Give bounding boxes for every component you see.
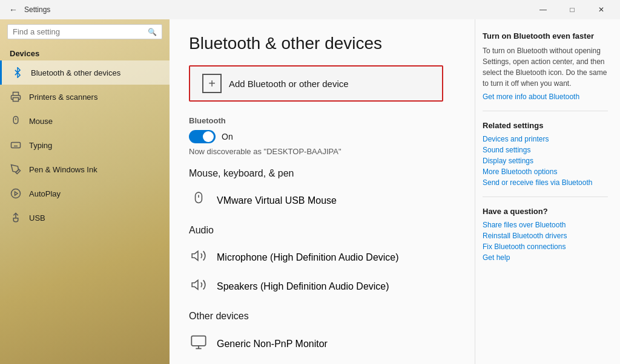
- sidebar: 🔍 Devices Bluetooth & other devices Prin…: [0, 19, 170, 364]
- faster-title: Turn on Bluetooth even faster: [483, 31, 608, 41]
- svg-rect-3: [12, 143, 21, 148]
- sidebar-item-usb[interactable]: USB: [0, 206, 170, 230]
- sidebar-item-pen-label: Pen & Windows Ink: [29, 165, 97, 174]
- sidebar-item-usb-label: USB: [29, 213, 45, 223]
- divider-2: [483, 197, 608, 197]
- plus-icon: +: [202, 74, 222, 93]
- svg-marker-13: [192, 251, 198, 260]
- faster-text: To turn on Bluetooth without opening Set…: [483, 45, 608, 89]
- sidebar-item-pen[interactable]: Pen & Windows Ink: [0, 157, 170, 181]
- more-bluetooth-link[interactable]: More Bluetooth options: [483, 167, 608, 176]
- discoverable-text: Now discoverable as "DESKTOP-BAAJIPA": [189, 147, 455, 156]
- toggle-knob: [203, 131, 214, 142]
- pen-icon: [10, 163, 22, 175]
- audio-section: Audio Microphone (High Definition Audio …: [189, 225, 455, 301]
- bluetooth-on-text: On: [222, 132, 233, 141]
- keyboard-icon: [10, 139, 22, 151]
- mouse-icon: [10, 115, 22, 127]
- question-title: Have a question?: [483, 207, 608, 216]
- sidebar-item-bluetooth[interactable]: Bluetooth & other devices: [0, 60, 170, 85]
- usb-icon: [10, 212, 22, 224]
- display-settings-link[interactable]: Display settings: [483, 157, 608, 165]
- fix-connections-link[interactable]: Fix Bluetooth connections: [483, 242, 608, 251]
- bluetooth-toggle-row: On: [189, 130, 455, 143]
- bluetooth-icon: [12, 67, 24, 79]
- svg-marker-10: [15, 192, 18, 195]
- svg-marker-14: [192, 280, 198, 289]
- main-content: Bluetooth & other devices + Add Bluetoot…: [170, 19, 475, 364]
- svg-point-9: [12, 189, 21, 198]
- microphone-item: Microphone (High Definition Audio Device…: [189, 243, 455, 272]
- devices-printers-link[interactable]: Devices and printers: [483, 135, 608, 143]
- search-box[interactable]: 🔍: [7, 24, 162, 39]
- mouse-device-item: VMware Virtual USB Mouse: [189, 186, 455, 215]
- sidebar-item-mouse[interactable]: Mouse: [0, 109, 170, 133]
- titlebar: ← Settings — □ ✕: [0, 0, 620, 19]
- sidebar-item-mouse-label: Mouse: [29, 117, 53, 126]
- monitor-item: Generic Non-PnP Monitor: [189, 329, 455, 359]
- monitor-icon: [189, 334, 208, 354]
- page-title: Bluetooth & other devices: [189, 34, 455, 53]
- reinstall-drivers-link[interactable]: Reinstall Bluetooth drivers: [483, 232, 608, 240]
- autoplay-icon: [10, 187, 22, 200]
- other-section-title: Other devices: [189, 311, 455, 322]
- add-device-label: Add Bluetooth or other device: [229, 79, 349, 89]
- faster-link[interactable]: Get more info about Bluetooth: [483, 93, 608, 101]
- speakers-item: Speakers (High Definition Audio Device): [189, 272, 455, 301]
- search-input[interactable]: [13, 27, 148, 36]
- back-button[interactable]: ←: [5, 1, 22, 18]
- svg-rect-15: [191, 336, 205, 346]
- app-title: Settings: [24, 5, 529, 14]
- sidebar-item-autoplay[interactable]: AutoPlay: [0, 181, 170, 206]
- printer-icon: [10, 91, 22, 103]
- svg-rect-0: [13, 98, 19, 102]
- search-icon: 🔍: [148, 28, 157, 36]
- right-panel: Turn on Bluetooth even faster To turn on…: [475, 19, 620, 364]
- audio-section-title: Audio: [189, 225, 455, 236]
- sidebar-item-typing[interactable]: Typing: [0, 133, 170, 157]
- sidebar-item-typing-label: Typing: [29, 141, 52, 150]
- bluetooth-toggle[interactable]: [189, 130, 216, 143]
- bluetooth-section: Bluetooth On Now discoverable as "DESKTO…: [189, 116, 455, 156]
- share-files-link[interactable]: Share files over Bluetooth: [483, 221, 608, 229]
- sidebar-item-printers-label: Printers & scanners: [29, 93, 97, 102]
- mouse-device-icon: [189, 191, 208, 210]
- sidebar-section-title: Devices: [0, 44, 170, 60]
- microphone-name: Microphone (High Definition Audio Device…: [217, 252, 399, 263]
- send-receive-link[interactable]: Send or receive files via Bluetooth: [483, 178, 608, 187]
- related-title: Related settings: [483, 121, 608, 130]
- other-devices-section: Other devices Generic Non-PnP Monitor: [189, 311, 455, 359]
- sidebar-item-printers[interactable]: Printers & scanners: [0, 85, 170, 109]
- speaker-icon: [189, 248, 208, 267]
- maximize-button[interactable]: □: [558, 0, 586, 19]
- monitor-name: Generic Non-PnP Monitor: [217, 339, 328, 349]
- speakers-name: Speakers (High Definition Audio Device): [217, 281, 389, 292]
- speakers-icon: [189, 277, 208, 296]
- mouse-section: Mouse, keyboard, & pen VMware Virtual US…: [189, 168, 455, 215]
- close-button[interactable]: ✕: [587, 0, 615, 19]
- main-layout: 🔍 Devices Bluetooth & other devices Prin…: [0, 19, 620, 364]
- window-controls: — □ ✕: [529, 0, 615, 19]
- add-device-button[interactable]: + Add Bluetooth or other device: [189, 65, 443, 102]
- sidebar-item-bluetooth-label: Bluetooth & other devices: [31, 68, 120, 77]
- mouse-device-name: VMware Virtual USB Mouse: [217, 195, 337, 206]
- divider-1: [483, 111, 608, 111]
- minimize-button[interactable]: —: [529, 0, 557, 19]
- get-help-link[interactable]: Get help: [483, 253, 608, 262]
- mouse-section-title: Mouse, keyboard, & pen: [189, 168, 455, 179]
- sound-settings-link[interactable]: Sound settings: [483, 146, 608, 154]
- bluetooth-section-label: Bluetooth: [189, 116, 455, 125]
- sidebar-item-autoplay-label: AutoPlay: [29, 189, 61, 198]
